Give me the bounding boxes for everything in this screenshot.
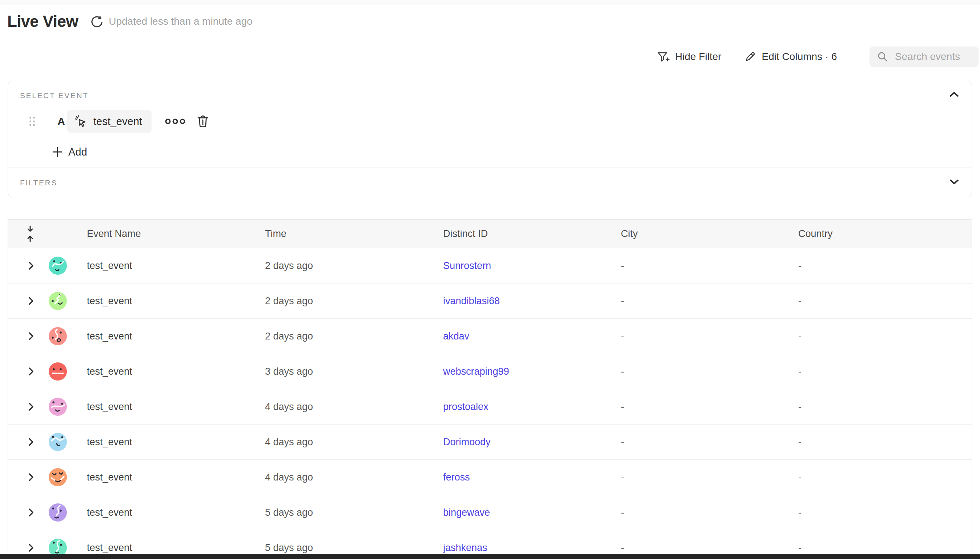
chevron-down-icon <box>949 179 959 185</box>
city-cell: - <box>621 542 624 554</box>
row-expander-button[interactable] <box>28 438 34 447</box>
filters-label: FILTERS <box>20 179 58 187</box>
event-name-cell: test_event <box>87 507 132 518</box>
trash-icon <box>196 114 210 129</box>
distinct-id-link[interactable]: bingewave <box>443 507 490 518</box>
column-header-event-name[interactable]: Event Name <box>87 228 141 240</box>
refresh-icon <box>90 15 104 28</box>
event-name-cell: test_event <box>87 331 132 342</box>
edit-columns-button[interactable]: Edit Columns · 6 <box>744 50 837 63</box>
refresh-button[interactable] <box>89 14 104 29</box>
table-row: test_event 4 days ago feross - - <box>8 460 972 495</box>
distinct-id-link[interactable]: Dorimoody <box>443 437 491 448</box>
table-body: test_event 2 days ago Sunrostern - - tes… <box>8 248 972 559</box>
city-cell: - <box>621 366 624 377</box>
drag-handle-icon[interactable] <box>29 116 35 126</box>
more-options-button[interactable] <box>165 117 186 126</box>
table-row: test_event 2 days ago ivandiblasi68 - - <box>8 283 972 319</box>
page-title: Live View <box>7 12 78 31</box>
city-cell: - <box>621 472 624 483</box>
search-input[interactable] <box>894 51 972 63</box>
event-series-letter: A <box>58 116 65 127</box>
updated-status-text: Updated less than a minute ago <box>109 16 252 27</box>
avatar-zigzag-smirk <box>49 433 67 451</box>
hide-filter-button[interactable]: Hide Filter <box>656 50 722 63</box>
live-view-screen: Live View Updated less than a minute ago… <box>0 0 980 559</box>
distinct-id-link[interactable]: webscraping99 <box>443 366 509 377</box>
expand-filters-button[interactable] <box>947 176 962 187</box>
distinct-id-link[interactable]: prostoalex <box>443 401 489 412</box>
chevron-right-icon <box>28 508 34 517</box>
search-icon <box>877 51 888 63</box>
events-table: Event Name Time Distinct ID City Country… <box>8 219 972 559</box>
distinct-id-link[interactable]: feross <box>443 472 470 483</box>
event-chip[interactable]: test_event <box>67 110 152 133</box>
column-header-country[interactable]: Country <box>798 228 833 240</box>
cursor-click-icon <box>74 115 88 128</box>
country-cell: - <box>798 542 802 554</box>
table-row: test_event 5 days ago bingewave - - <box>8 495 972 530</box>
row-expander-button[interactable] <box>28 402 34 411</box>
table-row: test_event 2 days ago Sunrostern - - <box>8 248 972 283</box>
country-cell: - <box>798 472 802 483</box>
distinct-id-link[interactable]: jashkenas <box>443 542 488 554</box>
country-cell: - <box>798 296 802 307</box>
event-name-cell: test_event <box>87 542 132 554</box>
chevron-up-icon <box>949 91 959 98</box>
country-cell: - <box>798 366 802 377</box>
city-cell: - <box>621 331 624 342</box>
delete-event-button[interactable] <box>196 114 210 129</box>
distinct-id-link[interactable]: akdav <box>443 331 469 342</box>
time-cell: 5 days ago <box>265 542 313 554</box>
time-cell: 4 days ago <box>265 472 313 483</box>
column-header-time[interactable]: Time <box>265 228 286 240</box>
event-query-row: A test_event <box>8 110 972 133</box>
country-cell: - <box>798 437 802 448</box>
avatar-zigzag-smile <box>49 292 67 310</box>
chevron-right-icon <box>28 438 34 447</box>
distinct-id-link[interactable]: Sunrostern <box>443 260 491 271</box>
chevron-right-icon <box>28 402 34 411</box>
toolbar: Hide Filter Edit Columns · 6 <box>656 46 978 67</box>
row-expander-button[interactable] <box>28 261 34 270</box>
collapse-select-event-button[interactable] <box>947 89 962 100</box>
row-expander-button[interactable] <box>28 543 34 552</box>
avatar-wave-o-mouth <box>49 327 67 345</box>
country-cell: - <box>798 260 802 271</box>
column-header-distinct-id[interactable]: Distinct ID <box>443 228 488 240</box>
page-header: Live View Updated less than a minute ago <box>7 10 253 33</box>
city-cell: - <box>621 437 624 448</box>
column-header-city[interactable]: City <box>621 228 638 240</box>
time-cell: 4 days ago <box>265 437 313 448</box>
avatar-closed-eyes-smile <box>49 468 67 486</box>
distinct-id-link[interactable]: ivandiblasi68 <box>443 296 500 307</box>
city-cell: - <box>621 401 624 412</box>
row-expander-button[interactable] <box>28 508 34 517</box>
add-event-button[interactable]: Add <box>52 143 87 160</box>
edit-columns-label: Edit Columns · 6 <box>762 51 837 63</box>
city-cell: - <box>621 260 624 271</box>
row-expander-button[interactable] <box>28 367 34 376</box>
event-name-cell: test_event <box>87 437 132 448</box>
collapse-all-rows-button[interactable] <box>26 225 34 242</box>
city-cell: - <box>621 296 624 307</box>
country-cell: - <box>798 507 802 518</box>
filter-plus-icon <box>656 50 669 63</box>
time-cell: 2 days ago <box>265 331 313 342</box>
row-expander-button[interactable] <box>28 473 34 481</box>
query-builder-card: SELECT EVENT A <box>8 81 972 197</box>
row-expander-button[interactable] <box>28 296 34 305</box>
event-name-cell: test_event <box>87 472 132 483</box>
avatar-dash-mouth <box>49 362 67 380</box>
table-header: Event Name Time Distinct ID City Country <box>8 220 972 248</box>
event-name-cell: test_event <box>87 296 132 307</box>
table-row: test_event 4 days ago prostoalex - - <box>8 389 972 425</box>
row-expander-button[interactable] <box>28 332 34 341</box>
country-cell: - <box>798 401 802 412</box>
hide-filter-label: Hide Filter <box>675 51 722 63</box>
avatar-wave-smile-1 <box>49 256 67 275</box>
more-options-icon <box>165 117 186 126</box>
chevron-right-icon <box>28 296 34 305</box>
table-row: test_event 2 days ago akdav - - <box>8 319 972 354</box>
chevron-right-icon <box>28 332 34 341</box>
